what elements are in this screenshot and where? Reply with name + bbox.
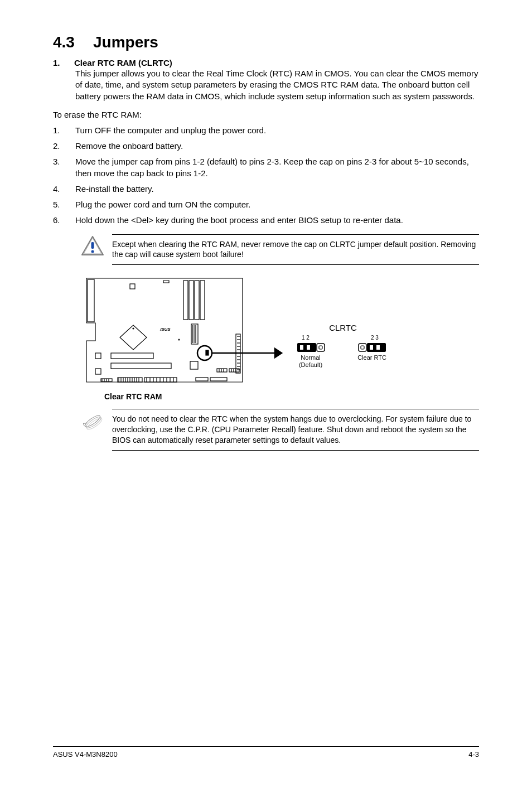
item-body: This jumper allows you to clear the Real…: [75, 68, 479, 102]
step-text: Turn OFF the computer and unplug the pow…: [75, 125, 266, 136]
step-num: 6.: [53, 215, 75, 226]
clear-label: Clear RTC: [357, 354, 386, 361]
svg-rect-5: [130, 284, 135, 289]
pins-23: 2 3: [371, 335, 379, 341]
caution-text: Except when clearing the RTC RAM, never …: [112, 234, 479, 265]
svg-rect-4: [88, 279, 94, 322]
svg-rect-79: [359, 344, 366, 351]
svg-rect-7: [189, 281, 194, 320]
diagram-caption: Clear RTC RAM: [104, 392, 479, 401]
svg-point-3: [91, 250, 94, 253]
note-callout: You do not need to clear the RTC when th…: [81, 409, 479, 451]
svg-rect-77: [317, 344, 325, 351]
normal-label-2: (Default): [299, 361, 322, 368]
step-num: 3.: [53, 156, 75, 179]
svg-rect-59: [217, 369, 227, 372]
item-label: Clear RTC RAM (CLRTC): [74, 58, 172, 67]
svg-rect-76: [307, 345, 310, 350]
svg-point-17: [197, 346, 212, 360]
svg-rect-18: [206, 350, 209, 355]
svg-point-16: [178, 339, 180, 340]
step-num: 5.: [53, 199, 75, 210]
step-text: Plug the power cord and turn ON the comp…: [75, 199, 250, 210]
pins-12: 1 2: [302, 335, 309, 341]
svg-rect-22: [95, 353, 101, 359]
list-item: 6.Hold down the <Del> key during the boo…: [53, 215, 479, 226]
svg-marker-73: [275, 349, 282, 357]
svg-rect-78: [319, 346, 322, 349]
svg-text:/SUS: /SUS: [159, 327, 171, 332]
page: 4.3Jumpers 1.Clear RTC RAM (CLRTC) This …: [0, 0, 532, 781]
section-name: Jumpers: [93, 33, 158, 51]
svg-rect-80: [361, 346, 364, 349]
item-number: 1.: [53, 58, 74, 67]
section-title: 4.3Jumpers: [53, 33, 479, 51]
svg-rect-21: [190, 361, 198, 369]
footer-right: 4-3: [468, 750, 479, 758]
svg-rect-35: [144, 378, 177, 382]
list-item: 1.Turn OFF the computer and unplug the p…: [53, 125, 479, 136]
step-text: Re-install the battery.: [75, 183, 154, 195]
svg-point-10: [133, 328, 134, 329]
svg-rect-82: [370, 345, 373, 350]
steps-list: 1.Turn OFF the computer and unplug the p…: [53, 125, 479, 226]
svg-rect-6: [183, 281, 188, 320]
step-text: Move the jumper cap from pins 1-2 (defau…: [75, 156, 479, 179]
svg-rect-8: [195, 281, 199, 320]
svg-rect-63: [229, 369, 239, 372]
svg-rect-20: [111, 363, 171, 369]
caution-callout: Except when clearing the RTC RAM, never …: [81, 234, 479, 265]
note-text: You do not need to clear the RTC when th…: [112, 409, 479, 451]
list-item: 5.Plug the power cord and turn ON the co…: [53, 199, 479, 210]
step-text: Remove the onboard battery.: [75, 141, 183, 152]
note-icon: [81, 410, 104, 434]
svg-rect-19: [111, 353, 153, 359]
svg-rect-2: [91, 242, 94, 249]
svg-rect-46: [210, 378, 227, 381]
footer: ASUS V4-M3N8200 4-3: [53, 746, 479, 758]
item-header: 1.Clear RTC RAM (CLRTC): [53, 58, 479, 68]
intro-line: To erase the RTC RAM:: [53, 110, 479, 119]
step-num: 2.: [53, 141, 75, 152]
list-item: 2.Remove the onboard battery.: [53, 141, 479, 152]
caution-icon: [81, 235, 104, 259]
svg-rect-83: [376, 345, 380, 350]
list-item: 4.Re-install the battery.: [53, 183, 479, 195]
normal-label-1: Normal: [301, 354, 320, 361]
step-num: 1.: [53, 125, 75, 136]
section-number: 4.3: [53, 33, 93, 51]
diagram: /SUS: [81, 275, 479, 389]
svg-rect-9: [200, 281, 205, 320]
svg-rect-23: [95, 369, 101, 374]
step-text: Hold down the <Del> key during the boot …: [75, 215, 403, 226]
svg-rect-75: [300, 345, 303, 350]
footer-left: ASUS V4-M3N8200: [53, 750, 118, 758]
list-item: 3.Move the jumper cap from pins 1-2 (def…: [53, 156, 479, 179]
svg-rect-45: [196, 378, 208, 381]
clrtc-title: CLRTC: [329, 323, 357, 332]
step-num: 4.: [53, 183, 75, 195]
